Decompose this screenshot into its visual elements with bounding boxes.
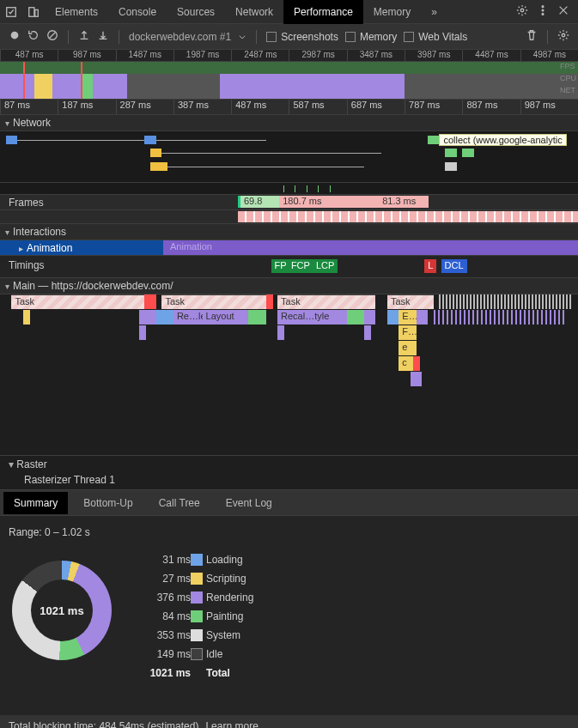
memory-checkbox[interactable]: Memory	[345, 31, 397, 43]
legend-swatch	[191, 648, 203, 660]
footer-bar: Total blocking time: 484.54ms (estimated…	[0, 715, 578, 728]
record-icon[interactable]	[9, 29, 21, 44]
summary-panel: Range: 0 – 1.02 s 1021 ms 31 msLoading27…	[0, 516, 578, 715]
timing-dcl[interactable]: DCL	[441, 259, 467, 273]
network-section-header[interactable]: Network	[0, 115, 578, 131]
recording-target[interactable]: dockerwebdev.com #1	[129, 31, 246, 43]
clear-icon[interactable]	[46, 29, 58, 44]
trash-icon[interactable]	[526, 29, 538, 44]
interactions-section-header[interactable]: Interactions	[0, 224, 578, 240]
tab-sources[interactable]: Sources	[167, 0, 225, 24]
svg-point-3	[520, 9, 524, 12]
network-track[interactable]: collect (www.google-analytic	[0, 131, 578, 183]
svg-point-6	[542, 14, 544, 15]
reload-icon[interactable]	[27, 29, 40, 44]
flame-ruler[interactable]: 87 ms187 ms287 ms387 ms487 ms587 ms687 m…	[0, 100, 578, 115]
legend-swatch	[191, 592, 203, 604]
kebab-icon[interactable]	[537, 4, 549, 19]
svg-point-9	[562, 33, 565, 37]
frame-marker[interactable]: 180.7 ms	[279, 196, 379, 208]
download-icon[interactable]	[97, 29, 109, 44]
screenshots-checkbox[interactable]: Screenshots	[266, 31, 338, 43]
svg-rect-1	[29, 7, 34, 16]
detail-tab-event-log[interactable]: Event Log	[216, 492, 283, 514]
detail-tab-summary[interactable]: Summary	[3, 492, 68, 514]
detail-tab-bottom-up[interactable]: Bottom-Up	[73, 492, 143, 514]
network-tooltip: collect (www.google-analytic	[439, 134, 566, 146]
svg-point-4	[542, 6, 544, 8]
webvitals-checkbox[interactable]: Web Vitals	[404, 31, 467, 43]
perf-toolbar: dockerwebdev.com #1 Screenshots Memory W…	[0, 24, 578, 50]
timings-section: Timings FP FCP LCP L DCL	[0, 256, 578, 278]
learn-more-link[interactable]: Learn more	[205, 720, 258, 728]
tab-network[interactable]: Network	[225, 0, 283, 24]
interactions-animation-row[interactable]: Animation Animation	[0, 240, 578, 256]
raster-section[interactable]: ▾ Raster Rasterizer Thread 1	[0, 456, 578, 490]
frames-section[interactable]: Frames 69.8 ms 180.7 ms 81.3 ms	[0, 195, 578, 210]
svg-rect-2	[35, 9, 39, 16]
frames-pattern	[0, 210, 578, 224]
more-tabs-button[interactable]: »	[421, 0, 447, 24]
gpu-ticks	[0, 183, 578, 195]
upload-icon[interactable]	[78, 29, 90, 44]
total-blocking-time: Total blocking time: 484.54ms (estimated…	[9, 720, 198, 728]
gear-icon[interactable]	[557, 29, 569, 44]
close-icon[interactable]	[557, 4, 569, 19]
summary-range: Range: 0 – 1.02 s	[9, 526, 569, 538]
main-flame-chart[interactable]: Task Task Task Task Re…le Layout Recal…t…	[0, 294, 578, 456]
tab-performance[interactable]: Performance	[283, 0, 363, 24]
legend-swatch	[191, 629, 203, 641]
tab-memory[interactable]: Memory	[363, 0, 421, 24]
svg-point-5	[542, 9, 544, 11]
overview-pane[interactable]: 487 ms987 ms1487 ms1987 ms2487 ms2987 ms…	[0, 50, 578, 100]
devtools-tabbar: ElementsConsoleSourcesNetworkPerformance…	[0, 0, 578, 24]
legend-swatch	[191, 573, 203, 585]
frame-marker[interactable]: 69.8 ms	[238, 196, 279, 208]
frame-marker[interactable]: 81.3 ms	[379, 196, 429, 208]
summary-donut: 1021 ms	[12, 561, 112, 660]
gear-icon[interactable]	[516, 4, 528, 19]
detail-tab-call-tree[interactable]: Call Tree	[149, 492, 210, 514]
legend-swatch	[191, 610, 203, 622]
main-section-header[interactable]: Main — https://dockerwebdev.com/	[0, 278, 578, 294]
tab-elements[interactable]: Elements	[45, 0, 108, 24]
legend-swatch	[191, 554, 203, 566]
device-icon[interactable]	[22, 6, 45, 18]
timing-lcp[interactable]: LCP	[313, 259, 338, 273]
timing-fcp[interactable]: FCP	[288, 259, 313, 273]
summary-legend: 31 msLoading27 msScripting376 msRenderin…	[136, 554, 253, 679]
timing-load[interactable]: L	[424, 259, 436, 273]
svg-point-7	[11, 32, 19, 39]
inspect-icon[interactable]	[0, 6, 22, 18]
detail-panel-tabs: SummaryBottom-UpCall TreeEvent Log	[0, 490, 578, 516]
tab-console[interactable]: Console	[108, 0, 167, 24]
